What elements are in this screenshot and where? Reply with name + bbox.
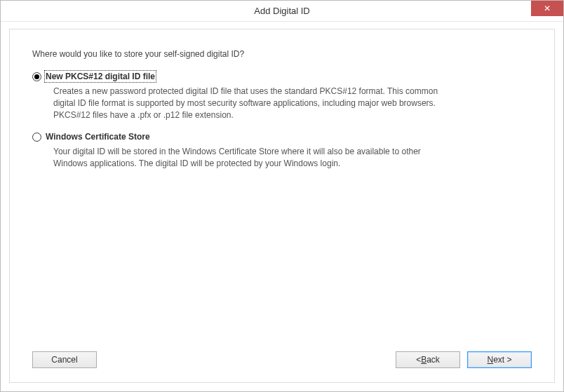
desc-pkcs12: Creates a new password protected digital…: [53, 86, 446, 121]
prompt-text: Where would you like to store your self-…: [32, 49, 532, 59]
option-wincert: Windows Certificate Store Your digital I…: [32, 132, 532, 170]
window-title: Add Digital ID: [1, 6, 563, 16]
radio-wincert[interactable]: [32, 133, 41, 142]
cancel-button[interactable]: Cancel: [32, 351, 97, 368]
back-button[interactable]: < Back: [396, 351, 460, 368]
back-rest: ack: [427, 355, 440, 365]
button-row: Cancel < Back Next >: [32, 342, 532, 368]
titlebar: Add Digital ID ✕: [1, 1, 563, 22]
next-button[interactable]: Next >: [467, 351, 532, 368]
inner-panel: Where would you like to store your self-…: [9, 29, 555, 383]
option-pkcs12: New PKCS#12 digital ID file Creates a ne…: [32, 72, 532, 121]
content-area: Where would you like to store your self-…: [1, 22, 563, 391]
radio-row-pkcs12: New PKCS#12 digital ID file: [32, 72, 532, 81]
radio-pkcs12[interactable]: [32, 72, 41, 81]
radio-label-wincert[interactable]: Windows Certificate Store: [46, 132, 150, 142]
back-mnemonic: B: [421, 355, 427, 365]
close-icon: ✕: [544, 4, 551, 13]
radio-label-pkcs12[interactable]: New PKCS#12 digital ID file: [46, 72, 155, 81]
content-spacer: [32, 181, 532, 342]
desc-wincert: Your digital ID will be stored in the Wi…: [53, 146, 446, 170]
next-rest: ext >: [493, 355, 511, 365]
close-button[interactable]: ✕: [531, 1, 563, 16]
next-mnemonic: N: [487, 355, 493, 365]
back-prefix: <: [416, 355, 421, 365]
radio-row-wincert: Windows Certificate Store: [32, 132, 532, 142]
dialog-window: Add Digital ID ✕ Where would you like to…: [0, 0, 564, 392]
